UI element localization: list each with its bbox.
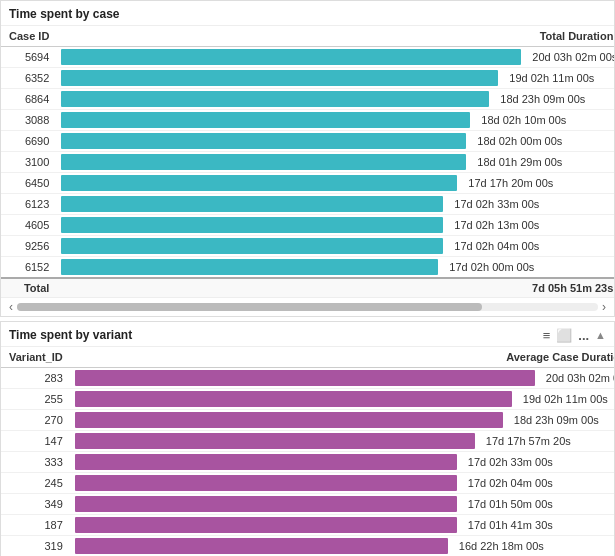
variant-id-cell: 147 bbox=[1, 431, 71, 452]
duration-label: 17d 02h 00m 00s bbox=[444, 261, 534, 273]
case-id-cell: 4605 bbox=[1, 215, 57, 236]
section-variant-header: Time spent by variant ≡ ⬜ ... ▲ bbox=[1, 322, 614, 347]
duration-bar-cell: 18d 02h 10m 00s bbox=[57, 110, 614, 131]
case-table-row: 4605 17d 02h 13m 00s bbox=[1, 215, 614, 236]
duration-bar bbox=[61, 175, 457, 191]
duration-bar-cell: 19d 02h 11m 00s bbox=[57, 68, 614, 89]
duration-label: 17d 02h 33m 00s bbox=[449, 198, 539, 210]
duration-bar-cell: 17d 02h 00m 00s bbox=[57, 257, 614, 279]
more-icon[interactable]: ... bbox=[578, 329, 589, 342]
case-id-cell: 3100 bbox=[1, 152, 57, 173]
case-id-cell: 6450 bbox=[1, 173, 57, 194]
scroll-left-icon[interactable]: ‹ bbox=[5, 300, 17, 314]
scroll-thumb bbox=[17, 303, 482, 311]
duration-label: 18d 01h 29m 00s bbox=[472, 156, 562, 168]
section-variant: Time spent by variant ≡ ⬜ ... ▲ Variant_… bbox=[0, 321, 615, 556]
duration-bar bbox=[61, 70, 498, 86]
col-variant-id[interactable]: Variant_ID bbox=[1, 347, 71, 368]
variant-duration-bar-cell: 17d 01h 50m 00s bbox=[71, 494, 614, 515]
duration-label: 18d 02h 10m 00s bbox=[476, 114, 566, 126]
variant-id-cell: 283 bbox=[1, 368, 71, 389]
col-avg-duration[interactable]: Average Case Duration bbox=[71, 347, 614, 368]
duration-label: 17d 02h 04m 00s bbox=[449, 240, 539, 252]
case-table-row: 3100 18d 01h 29m 00s bbox=[1, 152, 614, 173]
duration-bar bbox=[61, 217, 443, 233]
variant-table-row: 283 20d 03h 02m 00s bbox=[1, 368, 614, 389]
duration-label: 18d 02h 00m 00s bbox=[472, 135, 562, 147]
variant-duration-label: 17d 17h 57m 20s bbox=[481, 435, 571, 447]
case-table-row: 6690 18d 02h 00m 00s bbox=[1, 131, 614, 152]
duration-label: 17d 02h 13m 00s bbox=[449, 219, 539, 231]
section-case-header: Time spent by case bbox=[1, 1, 614, 26]
variant-duration-bar bbox=[75, 412, 503, 428]
variant-duration-bar-cell: 17d 02h 33m 00s bbox=[71, 452, 614, 473]
case-table-row: 9256 17d 02h 04m 00s bbox=[1, 236, 614, 257]
case-id-cell: 3088 bbox=[1, 110, 57, 131]
variant-duration-bar bbox=[75, 433, 475, 449]
variant-duration-bar bbox=[75, 454, 457, 470]
duration-label: 19d 02h 11m 00s bbox=[504, 72, 594, 84]
variant-duration-bar-cell: 17d 01h 41m 30s bbox=[71, 515, 614, 536]
duration-bar-cell: 17d 02h 13m 00s bbox=[57, 215, 614, 236]
case-table-row: 6123 17d 02h 33m 00s bbox=[1, 194, 614, 215]
variant-duration-label: 20d 03h 02m 00s bbox=[541, 372, 614, 384]
duration-bar bbox=[61, 133, 466, 149]
duration-bar bbox=[61, 154, 466, 170]
variant-id-cell: 245 bbox=[1, 473, 71, 494]
variant-table-row: 319 16d 22h 18m 00s bbox=[1, 536, 614, 557]
variant-table-row: 245 17d 02h 04m 00s bbox=[1, 473, 614, 494]
variant-duration-bar-cell: 17d 17h 57m 20s bbox=[71, 431, 614, 452]
variant-duration-bar bbox=[75, 370, 535, 386]
variant-duration-label: 16d 22h 18m 00s bbox=[454, 540, 544, 552]
expand-icon[interactable]: ⬜ bbox=[556, 329, 572, 342]
section-case: Time spent by case Case ID Total Duratio… bbox=[0, 0, 615, 317]
variant-duration-bar bbox=[75, 538, 448, 554]
duration-bar bbox=[61, 112, 470, 128]
case-id-cell: 9256 bbox=[1, 236, 57, 257]
section-variant-icons: ≡ ⬜ ... ▲ bbox=[543, 329, 606, 342]
duration-label: 18d 23h 09m 00s bbox=[495, 93, 585, 105]
duration-bar-cell: 18d 01h 29m 00s bbox=[57, 152, 614, 173]
duration-bar bbox=[61, 238, 443, 254]
scroll-right-icon[interactable]: › bbox=[598, 300, 610, 314]
case-id-cell: 6690 bbox=[1, 131, 57, 152]
variant-id-cell: 187 bbox=[1, 515, 71, 536]
case-id-cell: 6152 bbox=[1, 257, 57, 279]
case-table-row: 6450 17d 17h 20m 00s bbox=[1, 173, 614, 194]
variant-duration-bar-cell: 17d 02h 04m 00s bbox=[71, 473, 614, 494]
variant-id-cell: 333 bbox=[1, 452, 71, 473]
variant-duration-bar-cell: 18d 23h 09m 00s bbox=[71, 410, 614, 431]
variant-duration-label: 17d 02h 04m 00s bbox=[463, 477, 553, 489]
duration-bar-cell: 17d 02h 04m 00s bbox=[57, 236, 614, 257]
case-table-row: 6152 17d 02h 00m 00s bbox=[1, 257, 614, 279]
variant-duration-bar-cell: 16d 22h 18m 00s bbox=[71, 536, 614, 557]
duration-label: 20d 03h 02m 00s bbox=[527, 51, 614, 63]
duration-bar bbox=[61, 91, 489, 107]
variant-duration-bar bbox=[75, 391, 512, 407]
section-case-title: Time spent by case bbox=[9, 7, 120, 21]
case-id-cell: 6123 bbox=[1, 194, 57, 215]
case-id-cell: 6352 bbox=[1, 68, 57, 89]
case-scroll-bar[interactable]: ‹ › bbox=[1, 297, 614, 316]
variant-id-cell: 349 bbox=[1, 494, 71, 515]
section-variant-title: Time spent by variant bbox=[9, 328, 132, 342]
scroll-track[interactable] bbox=[17, 303, 598, 311]
variant-table-row: 187 17d 01h 41m 30s bbox=[1, 515, 614, 536]
variant-table-row: 255 19d 02h 11m 00s bbox=[1, 389, 614, 410]
case-id-cell: 6864 bbox=[1, 89, 57, 110]
case-total-label: Total bbox=[1, 278, 57, 297]
col-case-id[interactable]: Case ID bbox=[1, 26, 57, 47]
duration-bar bbox=[61, 196, 443, 212]
duration-bar bbox=[61, 49, 521, 65]
case-total-value: 7d 05h 51m 23s bbox=[57, 278, 614, 297]
duration-bar bbox=[61, 259, 438, 275]
filter-icon[interactable]: ≡ bbox=[543, 329, 551, 342]
col-total-duration[interactable]: Total Duration bbox=[57, 26, 614, 47]
variant-duration-bar-cell: 20d 03h 02m 00s bbox=[71, 368, 614, 389]
duration-bar-cell: 17d 02h 33m 00s bbox=[57, 194, 614, 215]
duration-label: 17d 17h 20m 00s bbox=[463, 177, 553, 189]
case-table-row: 3088 18d 02h 10m 00s bbox=[1, 110, 614, 131]
collapse-icon[interactable]: ▲ bbox=[595, 329, 606, 341]
variant-duration-label: 17d 01h 50m 00s bbox=[463, 498, 553, 510]
variant-table-row: 333 17d 02h 33m 00s bbox=[1, 452, 614, 473]
